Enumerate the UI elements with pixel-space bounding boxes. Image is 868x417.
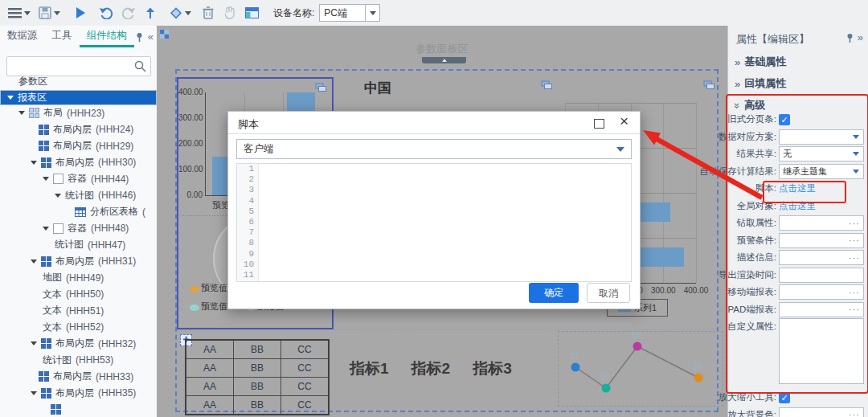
table-cell[interactable]: BB	[234, 359, 281, 378]
section-basic-properties[interactable]: » 基础属性	[735, 55, 786, 69]
text-field[interactable]: ···	[779, 284, 864, 300]
expand-arrow-icon[interactable]	[31, 161, 37, 165]
tab-tools[interactable]: 工具	[45, 25, 80, 47]
collapse-panel-icon[interactable]: «	[148, 31, 154, 43]
ellipsis-button[interactable]: ···	[849, 219, 863, 228]
chart-settings-icon[interactable]	[541, 80, 553, 90]
tree-item[interactable]: 布局(HHH23)	[0, 105, 157, 122]
tab-component-structure[interactable]: 组件结构	[80, 25, 134, 47]
tree-item[interactable]: 地图(HHH49)	[0, 270, 157, 287]
tree-item[interactable]: 容器(HHH44)	[0, 171, 157, 188]
script-language-select[interactable]: 客户端	[236, 139, 632, 159]
tree-item[interactable]: 容器(HHH48)	[0, 220, 157, 237]
tree-item[interactable]: 布局内层(HHH29)	[0, 138, 157, 155]
tab-datasource[interactable]: 数据源	[0, 25, 45, 47]
table-cell[interactable]: CC	[281, 378, 330, 396]
text-field[interactable]: ···	[779, 215, 864, 231]
ellipsis-button[interactable]: ···	[849, 253, 863, 263]
expand-arrow-icon[interactable]	[31, 391, 37, 395]
format-brush-button[interactable]	[223, 6, 235, 19]
text-field[interactable]	[779, 268, 864, 283]
table-cell[interactable]: CC	[281, 359, 330, 378]
checkbox[interactable]	[779, 114, 790, 125]
expand-arrow-icon[interactable]	[18, 111, 25, 115]
line-chart-panel[interactable]: 30105020	[558, 331, 723, 407]
ellipsis-button[interactable]: ···	[849, 235, 863, 245]
panel-layout-button[interactable]	[245, 7, 259, 18]
textarea[interactable]	[779, 318, 864, 384]
pin-icon[interactable]	[135, 32, 144, 42]
device-select[interactable]: PC端	[319, 4, 380, 22]
tree-item[interactable]	[0, 402, 157, 417]
link[interactable]: 点击这里	[779, 183, 816, 193]
chart-settings-icon[interactable]	[703, 80, 715, 90]
tree-item[interactable]: 分析区表格(	[0, 204, 157, 221]
expand-panel-icon[interactable]: »	[858, 31, 863, 43]
tree-item-label: 布局内层	[55, 386, 94, 400]
tree-item[interactable]: 文本(HHH52)	[0, 319, 157, 336]
select[interactable]: 继承主题集	[779, 164, 864, 179]
tree-item[interactable]: 布局内层(HHH30)	[0, 154, 157, 171]
cancel-button[interactable]: 取消	[587, 283, 630, 303]
table-cell[interactable]: BB	[234, 396, 281, 415]
tree-item[interactable]: 布局内层(HHH33)	[0, 369, 157, 386]
menu-button[interactable]	[8, 7, 31, 18]
close-icon[interactable]: ×	[620, 112, 628, 130]
table-cell[interactable]: AA	[186, 340, 234, 359]
expand-arrow-icon[interactable]	[55, 194, 61, 198]
expand-arrow-icon[interactable]	[31, 260, 37, 264]
ellipsis-button[interactable]: ···	[849, 410, 863, 417]
tree-item[interactable]: 文本(HHH50)	[0, 286, 157, 303]
table-cell[interactable]: AA	[186, 359, 234, 378]
revert-button[interactable]	[144, 6, 157, 19]
undo-button[interactable]	[99, 6, 113, 19]
tree-item[interactable]: 布局内层(HHH31)	[0, 253, 157, 270]
table-cell[interactable]: AA	[186, 396, 234, 415]
table-cell[interactable]: BB	[234, 340, 281, 359]
tree-item[interactable]: 文本(HHH51)	[0, 303, 157, 320]
tree-item[interactable]: 统计图(HHH47)	[0, 237, 157, 254]
section-backfill-properties[interactable]: » 回填属性	[735, 76, 786, 91]
chart-settings-icon[interactable]	[315, 83, 327, 92]
link[interactable]: 点击这里	[779, 201, 816, 211]
tree-item-label: 布局内层	[53, 123, 92, 137]
expand-arrow-icon[interactable]	[31, 341, 37, 345]
run-button[interactable]	[75, 6, 86, 19]
param-panel-handle[interactable]	[422, 57, 466, 63]
text-field[interactable]: ···	[779, 407, 864, 417]
grid-handle-icon[interactable]	[160, 30, 169, 39]
text-field[interactable]: ···	[779, 233, 864, 248]
ok-button[interactable]: 确定	[529, 283, 579, 303]
table-cell[interactable]: BB	[234, 378, 281, 396]
save-button[interactable]	[39, 6, 60, 19]
checkbox[interactable]	[779, 392, 790, 403]
chevron-down-icon[interactable]	[365, 5, 379, 21]
redo-button[interactable]	[121, 6, 136, 19]
data-table[interactable]: AABBCCAABBCCAABBCCAABBCC	[185, 339, 330, 415]
tree-item[interactable]: 布局内层(HHH32)	[0, 336, 157, 353]
tree-item[interactable]: 布局内层(HHH24)	[0, 121, 157, 138]
pin-icon[interactable]	[845, 33, 854, 43]
expand-arrow-icon[interactable]	[7, 96, 14, 100]
component-button[interactable]	[170, 6, 191, 19]
code-area[interactable]	[259, 164, 631, 281]
tree-item[interactable]: 统计图(HHH53)	[0, 352, 157, 369]
table-cell[interactable]: AA	[186, 378, 234, 396]
delete-button[interactable]	[203, 6, 214, 19]
table-cell[interactable]: CC	[281, 340, 330, 359]
ellipsis-button[interactable]: ···	[849, 288, 863, 297]
maximize-icon[interactable]	[594, 119, 604, 129]
expand-arrow-icon[interactable]	[43, 227, 49, 231]
select[interactable]: 无	[779, 146, 864, 161]
tree-item[interactable]: 参数区	[0, 73, 157, 90]
text-field[interactable]: ···	[779, 302, 864, 317]
expand-arrow-icon[interactable]	[43, 177, 49, 181]
text-field[interactable]: ···	[779, 250, 864, 265]
script-code-editor[interactable]: 1234567891011	[236, 163, 632, 282]
ellipsis-button[interactable]: ···	[849, 305, 863, 314]
select[interactable]	[779, 129, 864, 145]
tree-item[interactable]: 统计图(HHH46)	[0, 187, 157, 204]
tree-item[interactable]: 报表区	[0, 90, 157, 105]
tree-item[interactable]: 布局内层(HHH35)	[0, 385, 157, 402]
table-cell[interactable]: CC	[281, 396, 330, 415]
